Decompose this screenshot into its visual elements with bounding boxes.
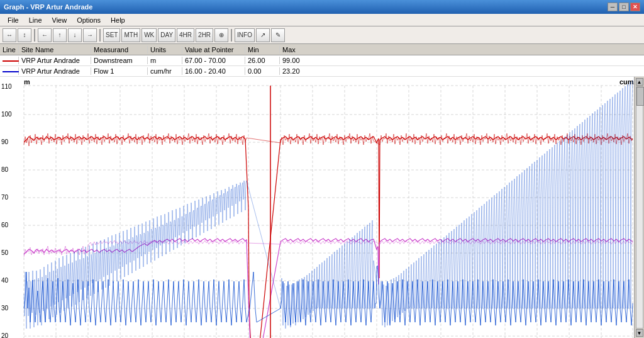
svg-text:30: 30 [1,305,9,312]
toolbar-btn-wk[interactable]: WK [142,28,157,42]
col-header-line: Line [0,46,19,54]
main-content: File Line View Options Help ↔ ↕ ← ↑ ↓ → … [0,14,644,338]
scroll-down-btn[interactable]: ▼ [636,329,643,337]
title-bar-controls: ─ □ ✕ [608,3,640,11]
toolbar-btn-info[interactable]: INFO [235,28,255,42]
svg-text:100: 100 [1,111,12,118]
menu-file[interactable]: File [3,15,24,25]
scroll-thumb[interactable] [636,87,644,106]
toolbar-btn-draw[interactable]: ✎ [271,28,285,42]
chart-area[interactable]: 0 10 20 30 40 50 60 70 80 90 100 110 m 0… [0,77,644,338]
table-header: Line Site Name Measurand Units Value at … [0,44,644,55]
svg-text:90: 90 [1,138,9,145]
row1-units: m [148,57,182,64]
menu-bar: File Line View Options Help [0,14,644,26]
toolbar-sep-2 [99,29,101,42]
svg-text:70: 70 [1,194,9,201]
toolbar-btn-left[interactable]: ← [38,28,52,42]
maximize-button[interactable]: □ [619,3,629,11]
row2-line [0,67,19,75]
svg-text:50: 50 [1,249,9,256]
scroll-up-btn[interactable]: ▲ [636,78,643,86]
window-title: Graph - VRP Artur Andrade [4,3,92,11]
row1-measurand: Downstream [91,57,148,64]
scroll-track[interactable] [636,86,643,329]
row1-site: VRP Artur Andrade [19,57,91,64]
svg-text:80: 80 [1,166,9,173]
col-header-measurand: Measurand [91,46,148,54]
toolbar-btn-hstretch[interactable]: ↔ [3,28,16,42]
toolbar-btn-zoom[interactable]: ↗ [256,28,270,42]
col-header-min: Min [245,46,280,54]
row1-value: 67.00 - 70.00 [182,57,245,64]
menu-line[interactable]: Line [24,15,47,25]
toolbar-btn-4hr[interactable]: 4HR [177,28,194,42]
title-bar: Graph - VRP Artur Andrade ─ □ ✕ [0,0,644,14]
table-row-2: VRP Artur Andrade Flow 1 cum/hr 16.00 - … [0,66,644,77]
table-row-1: VRP Artur Andrade Downstream m 67.00 - 7… [0,55,644,66]
toolbar-btn-mth[interactable]: MTH [121,28,140,42]
toolbar-btn-right[interactable]: → [83,28,97,42]
row2-min: 0.00 [245,67,280,75]
row2-measurand: Flow 1 [91,67,148,75]
svg-text:40: 40 [1,277,9,284]
toolbar-btn-up[interactable]: ↑ [53,28,67,42]
toolbar-btn-2hr[interactable]: 2HR [196,28,213,42]
col-header-site: Site Name [19,46,91,54]
toolbar-btn-plus[interactable]: ⊕ [214,28,228,42]
svg-text:110: 110 [1,83,12,90]
col-header-units: Units [148,46,182,54]
menu-help[interactable]: Help [106,15,130,25]
row2-max: 23.20 [280,67,314,75]
svg-text:m: m [24,78,30,86]
toolbar-btn-set[interactable]: SET [103,28,120,42]
toolbar-btn-down[interactable]: ↓ [68,28,82,42]
row2-units: cum/hr [148,67,182,75]
toolbar-sep-1 [34,29,35,42]
toolbar-btn-vstretch[interactable]: ↕ [18,28,31,42]
row2-value: 16.00 - 20.40 [182,67,245,75]
row1-line [0,57,19,64]
col-header-max: Max [280,46,314,54]
svg-text:60: 60 [1,222,9,228]
minimize-button[interactable]: ─ [608,3,618,11]
menu-options[interactable]: Options [72,15,106,25]
toolbar: ↔ ↕ ← ↑ ↓ → SET MTH WK DAY 4HR 2HR ⊕ INF… [0,26,644,44]
row1-max: 99.00 [280,57,314,64]
col-header-value: Value at Pointer [182,46,245,54]
toolbar-btn-day[interactable]: DAY [158,28,175,42]
close-button[interactable]: ✕ [630,3,640,11]
svg-text:20: 20 [1,332,9,338]
toolbar-sep-3 [231,29,232,42]
chart-svg: 0 10 20 30 40 50 60 70 80 90 100 110 m 0… [0,77,644,338]
scrollbar-right[interactable]: ▲ ▼ [634,77,644,338]
menu-view[interactable]: View [47,15,72,25]
row1-min: 26.00 [245,57,280,64]
row2-site: VRP Artur Andrade [19,67,91,75]
